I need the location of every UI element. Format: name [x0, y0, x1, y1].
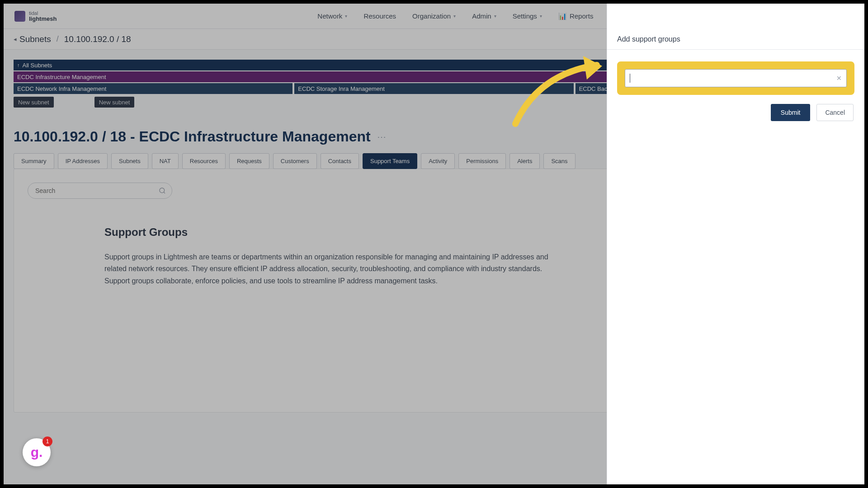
- new-subnet-button[interactable]: New subnet: [14, 97, 54, 108]
- tab-alerts[interactable]: Alerts: [509, 153, 540, 169]
- nav-organization[interactable]: Organization▾: [406, 9, 462, 23]
- chevron-down-icon: ▾: [345, 14, 347, 19]
- more-menu-icon[interactable]: ⋯: [377, 131, 386, 142]
- chevron-down-icon: ▾: [494, 14, 496, 19]
- tab-nat[interactable]: NAT: [152, 153, 179, 169]
- tab-summary[interactable]: Summary: [14, 153, 54, 169]
- support-groups-description: Support groups in Lightmesh are teams or…: [104, 251, 557, 287]
- clear-icon[interactable]: ✕: [836, 75, 842, 82]
- tree-child-subnet[interactable]: ECDC Storage Inra Management: [294, 83, 573, 94]
- tab-contacts[interactable]: Contacts: [321, 153, 359, 169]
- tab-activity[interactable]: Activity: [421, 153, 455, 169]
- caret-left-icon[interactable]: ◂: [14, 36, 17, 42]
- text-cursor: [630, 74, 630, 83]
- arrow-up-icon: ↑: [17, 62, 20, 68]
- page-title: 10.100.192.0 / 18 - ECDC Infrastructure …: [14, 128, 371, 145]
- submit-button[interactable]: Submit: [771, 104, 811, 121]
- chevron-down-icon: ▾: [453, 14, 456, 19]
- cancel-button[interactable]: Cancel: [816, 104, 854, 121]
- tab-support-teams[interactable]: Support Teams: [363, 153, 417, 169]
- nav-network[interactable]: Network▾: [311, 9, 354, 23]
- breadcrumb-current: 10.100.192.0 / 18: [64, 34, 131, 44]
- tree-child-subnet[interactable]: ECDC Network Infra Management: [14, 83, 292, 94]
- support-group-select[interactable]: ✕: [625, 69, 847, 87]
- svg-point-0: [160, 188, 165, 193]
- nav-resources[interactable]: Resources: [357, 9, 402, 23]
- tab-customers[interactable]: Customers: [273, 153, 317, 169]
- tab-subnets[interactable]: Subnets: [111, 153, 148, 169]
- nav-reports[interactable]: 📊Reports: [552, 9, 600, 24]
- tab-requests[interactable]: Requests: [229, 153, 269, 169]
- widget-logo-icon: g.: [31, 445, 43, 460]
- tab-ip-addresses[interactable]: IP Addresses: [58, 153, 108, 169]
- tab-resources[interactable]: Resources: [182, 153, 226, 169]
- breadcrumb-separator: /: [57, 34, 59, 44]
- search-icon: [159, 187, 166, 196]
- logo[interactable]: tidal lightmesh: [14, 11, 57, 22]
- nav-admin[interactable]: Admin▾: [466, 9, 503, 23]
- tab-permissions[interactable]: Permissions: [458, 153, 506, 169]
- search-input[interactable]: [28, 183, 172, 199]
- logo-icon: [14, 11, 25, 22]
- help-widget[interactable]: g. 1: [23, 438, 51, 466]
- highlight-annotation: ✕: [617, 61, 854, 95]
- chevron-down-icon: ▾: [540, 14, 542, 19]
- sidepanel-title: Add support groups: [617, 35, 680, 43]
- tab-scans[interactable]: Scans: [543, 153, 575, 169]
- logo-text-1: tidal: [29, 11, 57, 16]
- nav-settings[interactable]: Settings▾: [506, 9, 548, 23]
- chart-icon: 📊: [558, 12, 567, 20]
- add-support-groups-panel: Add support groups ✕ Submit Cancel: [607, 4, 864, 484]
- svg-line-1: [164, 192, 165, 193]
- breadcrumb-root[interactable]: Subnets: [19, 34, 51, 44]
- widget-badge: 1: [42, 436, 52, 446]
- logo-text-2: lightmesh: [29, 16, 57, 22]
- new-subnet-button[interactable]: New subnet: [94, 97, 135, 108]
